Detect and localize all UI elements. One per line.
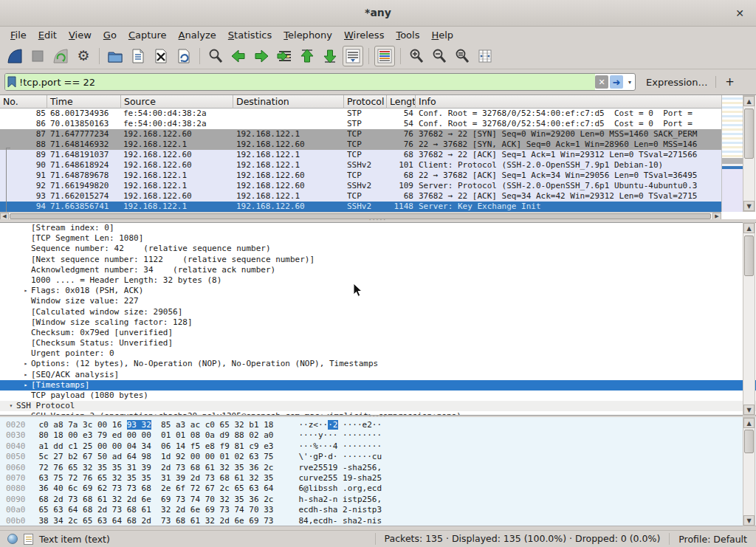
detail-line[interactable]: Acknowledgment number: 34 (relative ack … [0,265,756,275]
close-file-button[interactable] [151,46,171,66]
column-header-source[interactable]: Source [121,95,233,109]
menu-tools[interactable]: Tools [390,28,425,42]
profile-text[interactable]: Profile: Default [670,534,756,545]
menu-wireless[interactable]: Wireless [338,28,390,42]
details-vscrollbar[interactable]: ▲ ▼ [743,222,755,416]
next-packet-button[interactable] [251,46,272,66]
scroll-down-arrow[interactable]: ▼ [743,201,755,211]
scroll-up-arrow[interactable]: ▲ [743,418,755,428]
detail-line[interactable]: [Window size scaling factor: 128] [0,317,756,328]
hex-row[interactable]: 00b038 34 2c 65 63 64 68 2d 73 68 61 32 … [6,516,756,526]
menu-edit[interactable]: Edit [32,28,63,42]
zoom-out-button[interactable] [429,46,450,66]
scroll-thumb[interactable] [744,430,754,453]
column-header-length[interactable]: Length [387,95,416,109]
column-header-no[interactable]: No. [0,95,47,109]
expand-arrow-icon[interactable]: ▸ [21,359,31,369]
packet-row-89[interactable]: 8971.648191037192.168.122.60192.168.122.… [0,150,721,160]
packet-row-92[interactable]: 9271.661949820192.168.122.1192.168.122.6… [0,181,721,191]
filter-dropdown-arrow[interactable]: ▾ [625,75,635,89]
detail-line-seq-ack[interactable]: ▸[SEQ/ACK analysis] [0,370,756,380]
hex-row[interactable]: 0020c0 a8 7a 3c 00 16 93 32 85 a3 ac c0 … [6,420,756,430]
packet-row-87[interactable]: 8771.647777234192.168.122.60192.168.122.… [0,129,721,140]
previous-packet-button[interactable] [228,46,249,66]
detail-line[interactable]: Window size value: 227 [0,296,756,306]
detail-line[interactable]: Urgent pointer: 0 [0,348,756,359]
menu-statistics[interactable]: Statistics [222,28,278,42]
detail-line[interactable]: [Calculated window size: 29056] [0,307,756,317]
menu-capture[interactable]: Capture [123,28,173,42]
detail-line[interactable]: Checksum: 0x79ed [unverified] [0,328,756,338]
menu-file[interactable]: File [4,28,32,42]
auto-scroll-button[interactable] [343,46,363,66]
packet-row-90[interactable]: 9071.648618924192.168.122.60192.168.122.… [0,160,721,171]
capture-options-button[interactable]: ⚙ [73,46,94,66]
hex-row[interactable]: 006072 76 65 32 35 35 31 39 2d 73 68 61 … [6,463,756,473]
detail-line-ssh-protocol[interactable]: ▾SSH Protocol [0,401,756,411]
packet-row-93[interactable]: 9371.662015274192.168.122.60192.168.122.… [0,191,721,202]
colorize-packets-button[interactable] [374,46,395,66]
bookmark-icon[interactable] [7,76,16,88]
detail-line-timestamps-selected[interactable]: ▸[Timestamps] [0,380,756,391]
open-file-button[interactable] [105,46,126,66]
hex-row[interactable]: 009068 2d 73 68 61 32 2d 6e 69 73 74 70 … [6,495,756,505]
scroll-thumb[interactable] [10,213,711,219]
reload-file-button[interactable] [173,46,194,66]
detail-line[interactable]: [Stream index: 0] [0,223,756,233]
detail-line[interactable]: [Next sequence number: 1122 (relative se… [0,255,756,265]
filter-apply-button[interactable]: ➜ [610,75,623,89]
menu-go[interactable]: Go [97,28,123,42]
scroll-down-arrow[interactable]: ▼ [743,515,755,526]
expand-arrow-icon[interactable]: ▸ [21,286,31,296]
column-header-protocol[interactable]: Protocol [344,95,387,109]
go-to-last-packet-button[interactable] [320,46,340,66]
detail-line-options[interactable]: ▸Options: (12 bytes), No-Operation (NOP)… [0,359,756,369]
start-capture-button[interactable] [4,46,25,66]
packet-row-86[interactable]: 8670.013850163fe:54:00:d4:38:2aSTP54Conf… [0,119,721,129]
packet-row-85[interactable]: 8568.001734936fe:54:00:d4:38:2aSTP54Conf… [0,109,721,119]
hex-row[interactable]: 003080 18 00 e3 79 ed 00 00 01 01 08 0a … [6,430,756,441]
capture-comment-icon[interactable] [24,534,33,545]
detail-line[interactable]: [Checksum Status: Unverified] [0,338,756,348]
add-filter-button[interactable]: + [724,75,737,89]
hex-row[interactable]: 008036 40 6c 69 62 73 73 68 2e 6f 72 67 … [6,484,756,494]
detail-line[interactable]: [TCP Segment Len: 1080] [0,233,756,244]
packet-row-91[interactable]: 9171.648789678192.168.122.1192.168.122.6… [0,171,721,181]
find-packet-button[interactable] [205,46,226,66]
scroll-thumb[interactable] [744,235,754,276]
zoom-in-button[interactable] [406,46,427,66]
scroll-up-arrow[interactable]: ▲ [743,223,755,233]
filter-text[interactable]: !tcp.port == 22 [19,77,95,88]
packet-list-vscrollbar[interactable]: ▲ ▼ [743,95,755,212]
go-to-first-packet-button[interactable] [297,46,317,66]
column-header-info[interactable]: Info [416,95,721,109]
packet-row-94-selected[interactable]: 9471.663856741192.168.122.1192.168.122.6… [0,202,721,212]
hex-row[interactable]: 0040a1 dd c1 25 00 00 04 34 06 14 f5 e8 … [6,441,756,452]
menu-analyze[interactable]: Analyze [173,28,222,42]
display-filter-input[interactable]: !tcp.port == 22 ✕ ➜ ▾ [4,73,636,91]
stop-capture-button[interactable] [27,46,48,66]
column-header-destination[interactable]: Destination [233,95,344,109]
detail-line[interactable]: 1000 .... = Header Length: 32 bytes (8) [0,275,756,286]
hex-row[interactable]: 007063 75 72 76 65 32 35 35 31 39 2d 73 … [6,473,756,484]
expression-button[interactable]: Expression… [646,77,708,88]
scroll-thumb[interactable] [744,109,754,159]
detail-line[interactable]: Sequence number: 42 (relative sequence n… [0,244,756,254]
intelligent-scrollbar-minimap[interactable] [721,95,743,212]
menu-help[interactable]: Help [425,28,459,42]
restart-capture-button[interactable] [50,46,71,66]
menu-view[interactable]: View [63,28,97,42]
detail-line[interactable]: TCP payload (1080 bytes) [0,391,756,401]
scroll-up-arrow[interactable]: ▲ [743,96,755,106]
hex-row[interactable]: 00a065 63 64 68 2d 73 68 61 32 2d 6e 69 … [6,505,756,515]
scroll-down-arrow[interactable]: ▼ [743,405,755,415]
expert-info-icon[interactable] [7,534,18,544]
close-window-button[interactable]: ✕ [732,6,747,21]
zoom-original-button[interactable] [452,46,472,66]
menu-telephony[interactable]: Telephony [278,28,338,42]
save-file-button[interactable] [128,46,148,66]
column-header-time[interactable]: Time [47,95,121,109]
detail-line-flags[interactable]: ▸Flags: 0x018 (PSH, ACK) [0,286,756,296]
expand-arrow-icon[interactable]: ▸ [21,380,31,391]
resize-columns-button[interactable] [475,46,495,66]
